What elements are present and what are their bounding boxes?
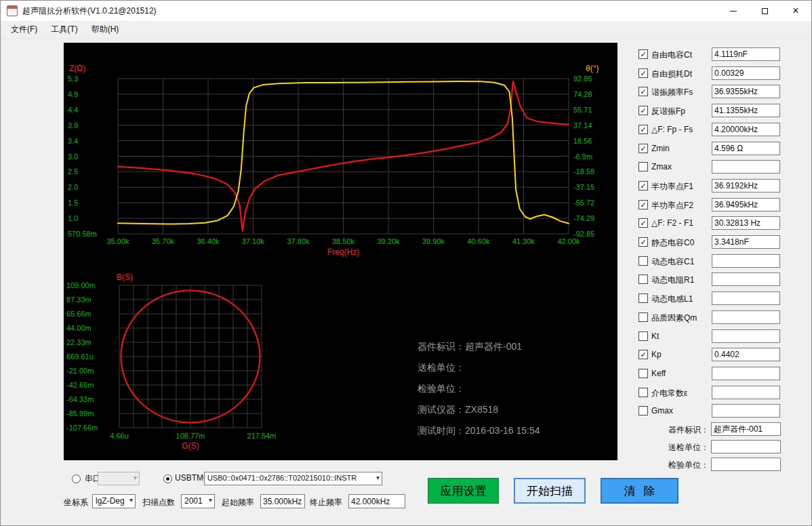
tick-label: 2.5 xyxy=(68,167,78,176)
param-value-input[interactable] xyxy=(712,142,780,155)
send-unit-input[interactable] xyxy=(711,440,781,453)
param-row: 动态电容C1 xyxy=(634,256,812,269)
param-value-input[interactable] xyxy=(712,235,780,249)
start-freq-input[interactable] xyxy=(260,494,305,508)
tick-label: 1.5 xyxy=(68,199,78,207)
param-checkbox-8[interactable]: ✓ xyxy=(638,200,648,209)
param-label: Kp xyxy=(651,350,662,359)
param-value-input[interactable] xyxy=(712,348,780,361)
param-checkbox-16[interactable]: ✓ xyxy=(638,350,648,359)
app-icon xyxy=(7,5,18,16)
tick-label: 40.60k xyxy=(467,237,490,245)
menubar: 文件(F)工具(T)帮助(H) xyxy=(1,21,811,39)
param-value-input[interactable] xyxy=(712,386,780,399)
param-value-input[interactable] xyxy=(712,104,780,117)
param-checkbox-5[interactable]: ✓ xyxy=(638,144,648,153)
param-row: ✓自由损耗Dt xyxy=(634,68,812,81)
apply-button[interactable]: 应用设置 xyxy=(428,478,499,504)
param-value-input[interactable] xyxy=(712,291,780,305)
param-value-input[interactable] xyxy=(712,160,780,174)
param-checkbox-10[interactable]: ✓ xyxy=(638,237,648,247)
chevron-down-icon: ▾ xyxy=(209,496,212,504)
param-label: 静态电容C0 xyxy=(651,237,694,249)
param-checkbox-11[interactable] xyxy=(638,256,648,266)
serial-radio[interactable] xyxy=(72,474,81,483)
param-row: Gmax xyxy=(634,405,812,419)
usbtmc-radio[interactable] xyxy=(163,474,172,483)
param-value-input[interactable] xyxy=(712,329,780,343)
tick-label: 87.33m xyxy=(66,296,92,304)
stop-freq-input[interactable] xyxy=(348,494,405,508)
tick-label: 42.00k xyxy=(557,237,580,245)
param-value-input[interactable] xyxy=(712,66,780,80)
param-checkbox-12[interactable] xyxy=(638,275,648,284)
window-title: 超声阻抗分析软件(V1.0.21@201512) xyxy=(22,5,157,17)
coord-system-label: 坐标系 xyxy=(64,497,88,508)
minimize-button[interactable] xyxy=(718,1,749,21)
param-value-input[interactable] xyxy=(712,85,780,98)
tick-label: -92.85 xyxy=(573,230,594,238)
param-row: ✓Zmin xyxy=(634,143,812,157)
start-freq-label: 起始频率 xyxy=(222,497,254,508)
coord-system-combo[interactable]: lgZ-Deg▾ xyxy=(92,494,136,508)
window-controls: × xyxy=(718,1,811,21)
param-value-input[interactable] xyxy=(712,47,780,61)
param-row: ✓自由电容Ct xyxy=(634,49,812,62)
param-checkbox-3[interactable]: ✓ xyxy=(638,106,648,115)
freq-axis-label: Freq(Hz) xyxy=(327,247,359,257)
param-row: ✓△F: F2 - F1 xyxy=(634,218,812,231)
param-row: 动态电阻R1 xyxy=(634,274,812,287)
scan-button[interactable]: 开始扫描 xyxy=(514,478,586,504)
param-checkbox-15[interactable] xyxy=(638,331,648,341)
theta-axis-label: θ(°) xyxy=(586,64,598,73)
param-value-input[interactable] xyxy=(712,198,780,211)
menu-item-tools[interactable]: 工具(T) xyxy=(44,21,84,38)
param-checkbox-14[interactable] xyxy=(638,312,648,322)
param-value-input[interactable] xyxy=(712,404,780,418)
device-id-input[interactable] xyxy=(711,422,781,436)
close-icon: × xyxy=(792,5,798,16)
param-checkbox-2[interactable]: ✓ xyxy=(638,87,648,96)
tick-label: 3.4 xyxy=(68,137,78,145)
tick-label: -107.66m xyxy=(66,424,98,432)
menu-item-file[interactable]: 文件(F) xyxy=(4,21,44,38)
param-checkbox-17[interactable] xyxy=(638,369,648,378)
tick-label: 4.66u xyxy=(110,432,129,440)
plot-annotation: 送检单位： xyxy=(418,362,465,374)
param-checkbox-0[interactable]: ✓ xyxy=(638,49,648,59)
tick-label: 5.3 xyxy=(68,75,78,83)
param-label: 半功率点F2 xyxy=(651,200,693,211)
g-axis-label: G(S) xyxy=(182,441,199,451)
param-value-input[interactable] xyxy=(712,367,780,380)
param-checkbox-7[interactable]: ✓ xyxy=(638,181,648,190)
param-checkbox-19[interactable] xyxy=(638,406,648,416)
param-checkbox-4[interactable]: ✓ xyxy=(638,125,648,134)
tick-label: 2.0 xyxy=(68,183,78,191)
coord-system-value: lgZ-Deg xyxy=(96,496,125,506)
param-row: ✓Kp xyxy=(634,349,812,363)
param-checkbox-6[interactable] xyxy=(638,162,648,171)
param-row: ✓△F: Fp - Fs xyxy=(634,124,812,138)
tick-label: -74.29 xyxy=(573,214,594,222)
param-checkbox-18[interactable] xyxy=(638,388,648,397)
param-value-input[interactable] xyxy=(712,272,780,286)
param-value-input[interactable] xyxy=(712,179,780,193)
param-value-input[interactable] xyxy=(712,310,780,324)
param-checkbox-1[interactable]: ✓ xyxy=(638,68,648,78)
param-row: ✓静态电容C0 xyxy=(634,237,812,250)
clear-button[interactable]: 清除 xyxy=(601,478,678,504)
menu-item-help[interactable]: 帮助(H) xyxy=(85,21,126,38)
scan-points-combo[interactable]: 2001▾ xyxy=(181,494,215,508)
param-value-input[interactable] xyxy=(712,216,780,230)
param-value-input[interactable] xyxy=(712,123,780,136)
parameter-panel: ✓自由电容Ct✓自由损耗Dt✓谐振频率Fs✓反谐振Fp✓△F: Fp - Fs✓… xyxy=(634,43,812,483)
param-checkbox-9[interactable]: ✓ xyxy=(638,218,648,228)
param-checkbox-13[interactable] xyxy=(638,294,648,303)
maximize-button[interactable] xyxy=(749,1,780,21)
close-button[interactable]: × xyxy=(780,1,811,21)
usb-address-combo[interactable]: USB0::0x0471::0x2786::T020215010::INSTR … xyxy=(204,472,382,485)
param-value-input[interactable] xyxy=(712,254,780,268)
param-label: Keff xyxy=(651,369,666,378)
tick-label: 1.0 xyxy=(68,214,78,222)
maximize-icon xyxy=(762,8,768,14)
